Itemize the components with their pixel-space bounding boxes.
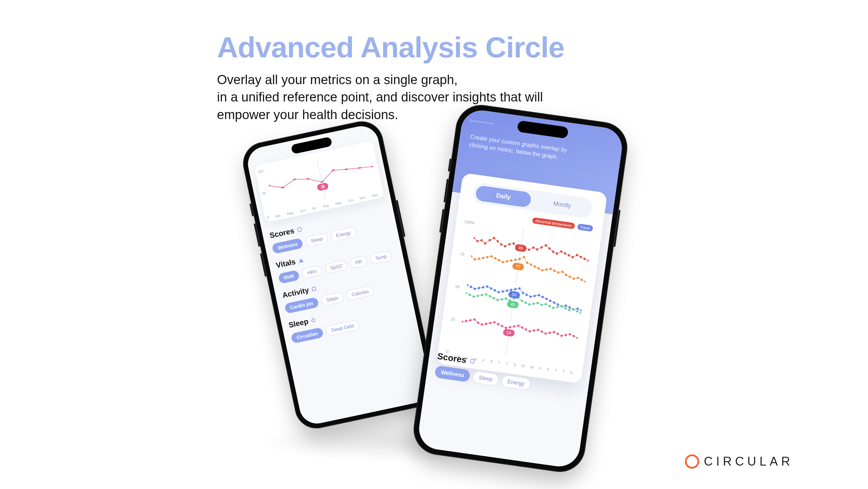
svg-point-49 — [510, 259, 512, 262]
svg-point-143 — [517, 324, 519, 327]
svg-point-116 — [532, 302, 535, 305]
svg-point-81 — [514, 288, 516, 290]
circle-icon — [470, 358, 475, 364]
chip-temp[interactable]: Temp — [369, 250, 393, 265]
svg-point-56 — [537, 267, 540, 270]
svg-point-145 — [525, 328, 527, 331]
svg-point-13 — [489, 239, 491, 242]
chip-hrv[interactable]: HRV — [301, 265, 323, 279]
svg-point-38 — [587, 259, 590, 262]
svg-point-73 — [482, 286, 484, 289]
svg-point-120 — [548, 305, 551, 307]
svg-point-122 — [556, 306, 559, 308]
svg-point-127 — [576, 310, 578, 313]
svg-point-126 — [572, 308, 575, 311]
svg-point-104 — [485, 293, 487, 296]
chip-energy[interactable]: Energy — [501, 375, 531, 391]
svg-point-50 — [514, 259, 517, 261]
svg-point-124 — [564, 307, 567, 309]
svg-point-97 — [576, 307, 579, 310]
headline: Advanced Analysis Circle — [217, 31, 564, 64]
chip-circadian[interactable]: Circadian — [291, 327, 324, 344]
svg-point-153 — [557, 333, 559, 335]
chip-wellness[interactable]: Wellness — [434, 365, 471, 382]
svg-point-18 — [508, 243, 511, 246]
header-decoration-icon: ○─○─○─○ — [469, 117, 494, 126]
svg-point-59 — [550, 267, 552, 270]
svg-point-46 — [498, 259, 500, 262]
chip-rr[interactable]: RR — [349, 255, 368, 269]
svg-point-54 — [530, 263, 532, 266]
svg-point-108 — [500, 298, 503, 301]
svg-point-3 — [306, 178, 310, 180]
svg-point-92 — [557, 303, 559, 306]
svg-point-52 — [523, 256, 525, 258]
svg-point-61 — [557, 271, 559, 274]
svg-point-95 — [568, 306, 571, 309]
svg-point-87 — [538, 294, 540, 297]
svg-point-78 — [501, 290, 504, 293]
svg-point-131 — [469, 319, 472, 322]
svg-point-144 — [521, 326, 523, 329]
chip-rhr[interactable]: RHR — [278, 270, 300, 284]
svg-point-48 — [506, 260, 508, 263]
svg-point-31 — [560, 250, 563, 253]
svg-point-68 — [584, 280, 587, 283]
svg-point-121 — [552, 306, 554, 309]
svg-point-141 — [509, 326, 511, 328]
chip-steps[interactable]: Steps — [320, 291, 344, 306]
svg-point-100 — [469, 294, 471, 296]
svg-point-66 — [577, 277, 579, 279]
chip-sleep[interactable]: Sleep — [305, 232, 329, 247]
vitals-icon — [298, 258, 304, 263]
svg-point-67 — [580, 279, 583, 281]
svg-point-109 — [505, 297, 507, 300]
chip-calories[interactable]: Calories — [346, 285, 375, 301]
svg-point-125 — [568, 309, 570, 312]
svg-point-150 — [545, 332, 547, 335]
svg-point-47 — [502, 261, 504, 263]
svg-point-118 — [540, 304, 543, 306]
svg-point-91 — [553, 301, 555, 304]
svg-point-32 — [564, 252, 566, 255]
segment-montly[interactable]: Montly — [534, 193, 591, 216]
svg-point-90 — [549, 299, 551, 302]
svg-point-6 — [344, 168, 348, 170]
svg-point-17 — [504, 245, 506, 248]
svg-point-43 — [486, 256, 489, 259]
phone-mockup-left: 100 50 0 38 Apr.May.Jun.Jul.Aug.Sep.Oct.… — [239, 117, 439, 433]
svg-point-75 — [490, 287, 492, 290]
svg-point-7 — [358, 167, 361, 169]
chip-sleep[interactable]: Sleep — [472, 371, 499, 386]
svg-point-70 — [470, 286, 472, 288]
svg-point-154 — [560, 335, 563, 337]
sleep-icon — [311, 318, 316, 323]
chip-sleep debt[interactable]: Sleep Debt — [325, 319, 360, 336]
scores-icon — [297, 227, 303, 232]
chip-spo2[interactable]: SpO2 — [324, 260, 348, 274]
svg-point-44 — [490, 255, 493, 258]
brand-ring-icon — [685, 454, 699, 469]
svg-point-77 — [497, 291, 500, 294]
svg-point-0 — [267, 185, 271, 187]
svg-point-115 — [528, 303, 531, 306]
svg-point-41 — [478, 257, 480, 260]
segment-daily[interactable]: Daily — [475, 185, 532, 208]
svg-point-60 — [553, 269, 556, 272]
svg-point-158 — [576, 337, 579, 339]
chip-energy[interactable]: Energy — [330, 226, 357, 242]
chip-wellness[interactable]: Wellness — [272, 238, 304, 254]
svg-point-86 — [533, 295, 536, 297]
svg-point-26 — [540, 246, 543, 249]
brand-logo: CIRCULAR — [685, 454, 793, 469]
svg-point-156 — [569, 333, 571, 336]
svg-point-57 — [541, 269, 544, 271]
svg-point-65 — [572, 277, 575, 280]
activity-icon — [312, 286, 316, 291]
svg-point-30 — [556, 252, 558, 255]
svg-point-137 — [493, 321, 496, 324]
svg-point-51 — [518, 258, 521, 260]
svg-point-53 — [526, 261, 528, 264]
chip-cardio pts[interactable]: Cardio pts — [284, 297, 319, 314]
svg-point-5 — [331, 169, 335, 171]
